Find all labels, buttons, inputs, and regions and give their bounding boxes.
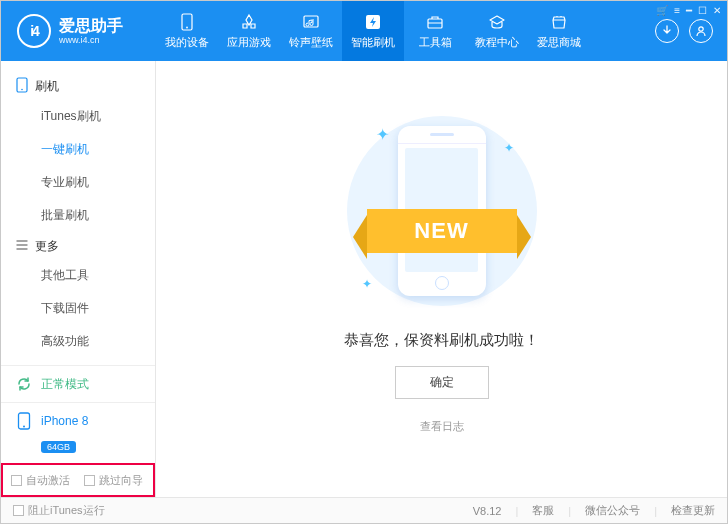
nav-tab-school[interactable]: 教程中心 [466, 1, 528, 61]
music-icon [301, 13, 321, 31]
device-mode-block[interactable]: 正常模式 [1, 365, 155, 402]
sidebar-list: 刷机iTunes刷机一键刷机专业刷机批量刷机更多其他工具下载固件高级功能 [1, 61, 155, 365]
sidebar-group-header[interactable]: 刷机 [1, 71, 155, 100]
device-mode-label: 正常模式 [41, 376, 89, 393]
sidebar-item[interactable]: 下载固件 [1, 292, 155, 325]
nav-tab-apps[interactable]: 应用游戏 [218, 1, 280, 61]
success-message: 恭喜您，保资料刷机成功啦！ [344, 331, 539, 350]
checkbox-icon [11, 475, 22, 486]
sidebar-item[interactable]: iTunes刷机 [1, 100, 155, 133]
nav-tab-label: 铃声壁纸 [289, 35, 333, 50]
success-illustration: ✦ ✦ ✦ NEW [342, 111, 542, 311]
header-right-icons [655, 19, 727, 43]
app-window: 🛒 ≡ ━ ☐ ✕ i4 爱思助手 www.i4.cn 我的设备应用游戏铃声壁纸… [0, 0, 728, 524]
ok-button[interactable]: 确定 [395, 366, 489, 399]
check-update-link[interactable]: 检查更新 [671, 503, 715, 518]
body: 刷机iTunes刷机一键刷机专业刷机批量刷机更多其他工具下载固件高级功能 正常模… [1, 61, 727, 497]
device-name: iPhone 8 [41, 414, 88, 428]
sidebar-group-header[interactable]: 更多 [1, 232, 155, 259]
nav-tab-label: 智能刷机 [351, 35, 395, 50]
sidebar-item[interactable]: 一键刷机 [1, 133, 155, 166]
nav-tab-shop[interactable]: 爱思商城 [528, 1, 590, 61]
sidebar-item[interactable]: 其他工具 [1, 259, 155, 292]
menu-icon[interactable]: ≡ [674, 5, 680, 16]
nav-tab-label: 工具箱 [419, 35, 452, 50]
maximize-icon[interactable]: ☐ [698, 5, 707, 16]
svg-point-7 [21, 89, 23, 91]
new-ribbon: NEW [367, 209, 517, 253]
school-icon [487, 13, 507, 31]
view-log-link[interactable]: 查看日志 [420, 419, 464, 434]
sidebar-item[interactable]: 批量刷机 [1, 199, 155, 232]
logo-area: i4 爱思助手 www.i4.cn [1, 14, 156, 48]
nav-tab-music[interactable]: 铃声壁纸 [280, 1, 342, 61]
svg-point-1 [186, 26, 188, 28]
sidebar-item[interactable]: 高级功能 [1, 325, 155, 358]
auto-activate-checkbox[interactable]: 自动激活 [11, 473, 70, 488]
block-itunes-label: 阻止iTunes运行 [28, 503, 105, 518]
checkbox-icon [84, 475, 95, 486]
app-title: 爱思助手 [59, 17, 123, 35]
phone-icon [177, 13, 197, 31]
sidebar-item[interactable]: 专业刷机 [1, 166, 155, 199]
sidebar-group-title: 更多 [35, 238, 59, 255]
footer: 阻止iTunes运行 V8.12 | 客服 | 微信公众号 | 检查更新 [1, 497, 727, 523]
sidebar-group-title: 刷机 [35, 78, 59, 95]
device-icon [15, 412, 33, 430]
nav-tabs: 我的设备应用游戏铃声壁纸智能刷机工具箱教程中心爱思商城 [156, 1, 655, 61]
skip-wizard-label: 跳过向导 [99, 473, 143, 488]
list-icon [15, 238, 29, 255]
svg-point-5 [699, 27, 703, 31]
user-icon[interactable] [689, 19, 713, 43]
cart-icon[interactable]: 🛒 [656, 5, 668, 16]
nav-tab-label: 爱思商城 [537, 35, 581, 50]
support-link[interactable]: 客服 [532, 503, 554, 518]
sidebar-options-row: 自动激活 跳过向导 [1, 463, 155, 497]
sidebar: 刷机iTunes刷机一键刷机专业刷机批量刷机更多其他工具下载固件高级功能 正常模… [1, 61, 156, 497]
shop-icon [549, 13, 569, 31]
device-icon [15, 77, 29, 96]
wechat-link[interactable]: 微信公众号 [585, 503, 640, 518]
nav-tab-label: 应用游戏 [227, 35, 271, 50]
toolbox-icon [425, 13, 445, 31]
window-controls: 🛒 ≡ ━ ☐ ✕ [656, 5, 721, 16]
checkbox-icon [13, 505, 24, 516]
apps-icon [239, 13, 259, 31]
nav-tab-label: 我的设备 [165, 35, 209, 50]
skip-wizard-checkbox[interactable]: 跳过向导 [84, 473, 143, 488]
app-subtitle: www.i4.cn [59, 35, 123, 46]
nav-tab-flash[interactable]: 智能刷机 [342, 1, 404, 61]
download-icon[interactable] [655, 19, 679, 43]
device-block[interactable]: iPhone 8 64GB [1, 402, 155, 463]
refresh-icon [15, 375, 33, 393]
minimize-icon[interactable]: ━ [686, 5, 692, 16]
main-content: ✦ ✦ ✦ NEW 恭喜您，保资料刷机成功啦！ 确定 查看日志 [156, 61, 727, 497]
header: 🛒 ≡ ━ ☐ ✕ i4 爱思助手 www.i4.cn 我的设备应用游戏铃声壁纸… [1, 1, 727, 61]
nav-tab-label: 教程中心 [475, 35, 519, 50]
close-icon[interactable]: ✕ [713, 5, 721, 16]
svg-point-9 [23, 426, 25, 428]
nav-tab-phone[interactable]: 我的设备 [156, 1, 218, 61]
logo-icon: i4 [17, 14, 51, 48]
flash-icon [363, 13, 383, 31]
nav-tab-toolbox[interactable]: 工具箱 [404, 1, 466, 61]
storage-badge: 64GB [41, 441, 76, 453]
block-itunes-checkbox[interactable]: 阻止iTunes运行 [13, 503, 105, 518]
auto-activate-label: 自动激活 [26, 473, 70, 488]
version-label: V8.12 [473, 505, 502, 517]
